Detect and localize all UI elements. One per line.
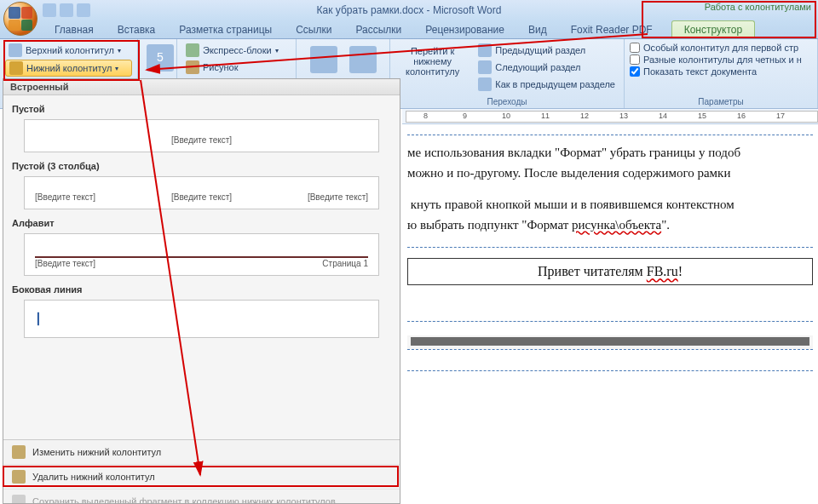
different-first-page-checkbox[interactable]: Особый колонтитул для первой стр — [630, 43, 812, 53]
group-navigation-label: Переходы — [395, 96, 619, 108]
goto-footer-line1: Перейти к нижнему — [399, 46, 466, 66]
ruler-num: 10 — [502, 112, 510, 120]
gallery-item-empty-label: Пустой — [12, 104, 393, 114]
picture-button[interactable]: Рисунок — [182, 60, 291, 75]
placeholder-text: [Введите текст] — [35, 192, 95, 202]
office-button[interactable] — [3, 2, 37, 36]
ruler-num: 16 — [737, 112, 746, 120]
ruler-num: 17 — [776, 112, 785, 120]
date-time-button[interactable]: 5 — [143, 41, 171, 75]
next-section-icon — [478, 60, 492, 74]
gallery-scroll-area[interactable]: Пустой [Введите текст] Пустой (3 столбца… — [3, 95, 400, 439]
goto-footer-line2: колонтитулу — [406, 66, 459, 77]
ruler-num: 8 — [423, 112, 428, 120]
footer-content-box[interactable]: Привет читателям FB.ru! — [407, 258, 813, 285]
show-doc-label: Показать текст документа — [643, 66, 757, 77]
doc-paragraph: можно и по-другому. После выделения соде… — [407, 164, 813, 181]
building-blocks-button[interactable]: Экспресс-блоки ▾ — [182, 43, 291, 58]
previous-section-button[interactable]: Предыдущий раздел — [475, 43, 619, 58]
document-area: 8 9 10 11 12 13 14 15 16 17 ме использов… — [402, 109, 818, 504]
ribbon-tabs: Главная Вставка Разметка страницы Ссылки… — [0, 20, 818, 39]
ruler-num: 11 — [541, 112, 550, 120]
building-blocks-label: Экспресс-блоки — [203, 45, 272, 55]
different-odd-even-checkbox[interactable]: Разные колонтитулы для четных и н — [630, 54, 812, 65]
save-selection-label: Сохранить выделенный фрагмент в коллекци… — [32, 496, 343, 504]
doc-text: ". — [661, 218, 670, 232]
gallery-item-alpha[interactable]: [Введите текст] Страница 1 — [24, 233, 379, 276]
goto-header-icon — [310, 46, 337, 73]
link-to-previous-button[interactable]: Как в предыдущем разделе — [475, 77, 619, 92]
gallery-item-side-label: Боковая линия — [12, 284, 393, 295]
gallery-footer-commands: Изменить нижний колонтитул Удалить нижни… — [3, 439, 400, 504]
tab-review[interactable]: Рецензирование — [413, 21, 516, 38]
edit-footer-label: Изменить нижний колонтитул — [32, 447, 161, 457]
ruler-num: 12 — [580, 112, 589, 120]
gallery-item-empty3-label: Пустой (3 столбца) — [12, 161, 393, 171]
edit-footer-command[interactable]: Изменить нижний колонтитул — [3, 440, 400, 465]
tab-home[interactable]: Главная — [43, 21, 106, 38]
group-options-label: Параметры — [630, 96, 812, 108]
show-document-text-checkbox[interactable]: Показать текст документа — [630, 66, 812, 77]
greet-text: Привет читателям — [538, 264, 647, 278]
link-prev-label: Как в предыдущем разделе — [495, 79, 615, 89]
greet-text-wavy: FB.ru — [647, 264, 678, 278]
gallery-category-header: Встроенный — [3, 79, 400, 95]
next-section-button[interactable]: Следующий раздел — [475, 60, 619, 75]
tab-references[interactable]: Ссылки — [284, 21, 343, 38]
footer-label: Нижний колонтитул — [26, 63, 112, 73]
goto-footer-icon — [349, 46, 377, 73]
gallery-item-empty3[interactable]: [Введите текст] [Введите текст] [Введите… — [24, 176, 379, 209]
header-label: Верхний колонтитул — [26, 45, 114, 55]
tab-page-layout[interactable]: Разметка страницы — [167, 21, 284, 38]
doc-text-wavy: рисунка\объекта — [572, 218, 661, 232]
doc-paragraph: ю выбрать подпункт "Формат рисунка\объек… — [407, 216, 813, 233]
goto-footer-big-button[interactable]: Перейти к нижнему колонтитулу — [395, 41, 469, 96]
remove-footer-label: Удалить нижний колонтитул — [32, 472, 155, 482]
remove-footer-icon — [12, 470, 26, 484]
placeholder-text: [Введите текст] — [35, 259, 95, 268]
tab-insert[interactable]: Вставка — [106, 21, 168, 38]
diff-oddeven-label: Разные колонтитулы для четных и н — [643, 54, 802, 65]
doc-paragraph: ме использования вкладки "Формат" убрать… — [407, 144, 813, 161]
doc-paragraph: кнуть правой кнопкой мыши и в появившемс… — [407, 196, 813, 213]
qat-redo-icon[interactable] — [77, 3, 90, 17]
gallery-item-alpha-label: Алфавит — [12, 218, 393, 228]
quick-access-toolbar — [43, 3, 90, 17]
ruler-num: 14 — [659, 112, 667, 120]
gallery-item-empty[interactable]: [Введите текст] — [24, 119, 379, 152]
header-dropdown-button[interactable]: Верхний колонтитул ▾ — [5, 43, 132, 58]
footer-dropdown-button[interactable]: Нижний колонтитул ▾ — [5, 60, 132, 77]
edit-footer-icon — [12, 445, 26, 459]
gallery-item-side[interactable]: ┃ — [24, 300, 379, 338]
ruler-num: 13 — [619, 112, 628, 120]
goto-footer-button[interactable] — [346, 43, 380, 77]
footer-boundary-dashed — [407, 135, 813, 135]
horizontal-ruler[interactable]: 8 9 10 11 12 13 14 15 16 17 — [402, 109, 818, 124]
page-number-text: Страница 1 — [322, 259, 368, 268]
diff-first-label: Особый колонтитул для первой стр — [643, 43, 798, 53]
ruler-track: 8 9 10 11 12 13 14 15 16 17 — [406, 111, 818, 123]
blocks-icon — [186, 43, 199, 57]
placeholder-text: [Введите текст] — [308, 192, 368, 202]
remove-footer-command[interactable]: Удалить нижний колонтитул — [3, 465, 400, 490]
qat-save-icon[interactable] — [43, 3, 56, 17]
tab-foxit[interactable]: Foxit Reader PDF — [559, 21, 665, 38]
goto-header-button[interactable] — [307, 43, 341, 77]
tab-view[interactable]: Вид — [516, 21, 559, 38]
picture-icon — [186, 60, 199, 74]
office-logo-icon — [9, 7, 32, 31]
qat-undo-icon[interactable] — [60, 3, 73, 17]
placeholder-text: [Введите текст] — [171, 192, 232, 202]
tab-constructor[interactable]: Конструктор — [671, 20, 755, 38]
tab-mailings[interactable]: Рассылки — [343, 21, 413, 38]
prev-section-label: Предыдущий раздел — [495, 45, 585, 55]
page-break-band — [407, 321, 813, 350]
doc-text: ю выбрать подпункт "Формат — [407, 218, 572, 232]
footer-gallery-dropdown: Встроенный Пустой [Введите текст] Пустой… — [3, 78, 400, 504]
picture-label: Рисунок — [203, 62, 239, 72]
placeholder-text: [Введите текст] — [171, 135, 232, 145]
group-options: Особый колонтитул для первой стр Разные … — [625, 39, 818, 108]
document-body[interactable]: ме использования вкладки "Формат" убрать… — [402, 124, 818, 371]
group-navigation: Перейти к нижнему колонтитулу Предыдущий… — [390, 39, 625, 108]
ruler-num: 9 — [463, 112, 467, 120]
